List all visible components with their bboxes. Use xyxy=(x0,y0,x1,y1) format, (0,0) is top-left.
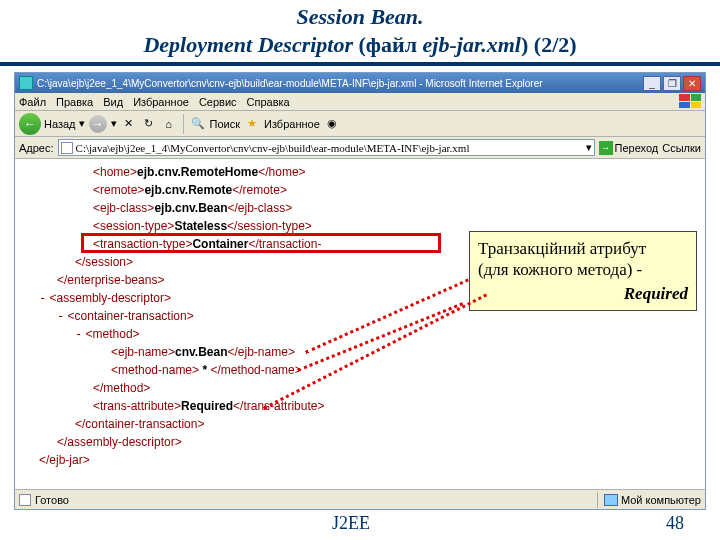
back-label: Назад xyxy=(44,118,76,130)
status-zone-text: Мой компьютер xyxy=(621,494,701,506)
menu-tools[interactable]: Сервис xyxy=(199,96,237,108)
menu-help[interactable]: Справка xyxy=(247,96,290,108)
forward-button[interactable]: → xyxy=(89,115,107,133)
menu-view[interactable]: Вид xyxy=(103,96,123,108)
footer-label: J2EE xyxy=(36,513,666,534)
document-icon xyxy=(61,142,73,154)
address-bar: Адрес: ▾ → Переход Ссылки xyxy=(15,137,705,159)
slide-footer: J2EE 48 xyxy=(0,513,720,534)
ie-window: C:\java\ejb\j2ee_1_4\MyConvertor\cnv\cnv… xyxy=(14,72,706,510)
menu-edit[interactable]: Правка xyxy=(56,96,93,108)
callout-line2: (для кожного метода) - xyxy=(478,259,688,280)
status-zone: Мой компьютер xyxy=(597,492,701,508)
xml-ejbname: <ejb-name>cnv.Bean</ejb-name> xyxy=(111,343,699,361)
menu-file[interactable]: Файл xyxy=(19,96,46,108)
collapse-toggle[interactable]: - xyxy=(57,309,64,323)
search-icon[interactable]: 🔍 xyxy=(190,116,206,132)
go-button[interactable]: → Переход xyxy=(599,141,659,155)
xml-conttran-close: </container-transaction> xyxy=(75,415,699,433)
stop-icon[interactable]: ✕ xyxy=(121,116,137,132)
maximize-button[interactable]: ❐ xyxy=(663,76,681,91)
callout-line1: Транзакційний атрибут xyxy=(478,238,688,259)
computer-icon xyxy=(604,494,618,506)
back-button[interactable]: ← Назад ▾ xyxy=(19,113,85,135)
media-icon[interactable]: ◉ xyxy=(324,116,340,132)
back-dropdown-icon[interactable]: ▾ xyxy=(79,117,85,130)
toolbar-separator xyxy=(183,114,184,134)
titlebar: C:\java\ejb\j2ee_1_4\MyConvertor\cnv\cnv… xyxy=(15,73,705,93)
xml-ejbclass: <ejb-class>ejb.cnv.Bean</ejb-class> xyxy=(93,199,699,217)
favorites-label[interactable]: Избранное xyxy=(264,118,320,130)
address-label: Адрес: xyxy=(19,142,54,154)
subtitle-file: ejb-jar.xml xyxy=(423,32,521,57)
search-label[interactable]: Поиск xyxy=(210,118,240,130)
xml-home: <home>ejb.cnv.RemoteHome</home> xyxy=(93,163,699,181)
window-buttons: _ ❐ ✕ xyxy=(643,76,701,91)
address-box[interactable]: ▾ xyxy=(58,139,595,156)
status-icon xyxy=(19,494,31,506)
status-text: Готово xyxy=(35,494,69,506)
back-arrow-icon: ← xyxy=(19,113,41,135)
statusbar: Готово Мой компьютер xyxy=(15,489,705,509)
menu-favorites[interactable]: Избранное xyxy=(133,96,189,108)
callout-box: Транзакційний атрибут (для кожного метод… xyxy=(469,231,697,311)
links-label[interactable]: Ссылки xyxy=(662,142,701,154)
xml-assembly-close: </assembly-descriptor> xyxy=(57,433,699,451)
subtitle-dd: Deployment Descriptor xyxy=(143,32,353,57)
xml-transattr: <trans-attribute>Required</trans-attribu… xyxy=(93,397,699,415)
menubar: Файл Правка Вид Избранное Сервис Справка xyxy=(15,93,705,111)
slide-title: Session Bean. xyxy=(0,0,720,30)
callout-required: Required xyxy=(478,283,688,304)
go-label: Переход xyxy=(615,142,659,154)
home-icon[interactable]: ⌂ xyxy=(161,116,177,132)
go-arrow-icon: → xyxy=(599,141,613,155)
refresh-icon[interactable]: ↻ xyxy=(141,116,157,132)
content-pane: <home>ejb.cnv.RemoteHome</home> <remote>… xyxy=(15,159,705,489)
forward-dropdown-icon[interactable]: ▾ xyxy=(111,117,117,130)
windows-flag-icon xyxy=(679,94,701,108)
subtitle-mid: (файл xyxy=(353,32,423,57)
ie-icon xyxy=(19,76,33,90)
address-dropdown-icon[interactable]: ▾ xyxy=(586,141,592,154)
xml-remote: <remote>ejb.cnv.Remote</remote> xyxy=(93,181,699,199)
address-input[interactable] xyxy=(76,142,586,154)
xml-ejbjar-close: </ejb-jar> xyxy=(39,451,699,469)
toolbar: ← Назад ▾ → ▾ ✕ ↻ ⌂ 🔍 Поиск ★ Избранное … xyxy=(15,111,705,137)
footer-page: 48 xyxy=(666,513,684,534)
window-title: C:\java\ejb\j2ee_1_4\MyConvertor\cnv\cnv… xyxy=(37,78,643,89)
subtitle-end: ) (2/2) xyxy=(521,32,577,57)
collapse-toggle[interactable]: - xyxy=(39,291,46,305)
favorites-star-icon[interactable]: ★ xyxy=(244,116,260,132)
close-button[interactable]: ✕ xyxy=(683,76,701,91)
slide-subtitle: Deployment Descriptor (файл ejb-jar.xml)… xyxy=(0,32,720,66)
collapse-toggle[interactable]: - xyxy=(75,327,82,341)
minimize-button[interactable]: _ xyxy=(643,76,661,91)
xml-method-close: </method> xyxy=(93,379,699,397)
xml-methodname: <method-name> * </method-name> xyxy=(111,361,699,379)
